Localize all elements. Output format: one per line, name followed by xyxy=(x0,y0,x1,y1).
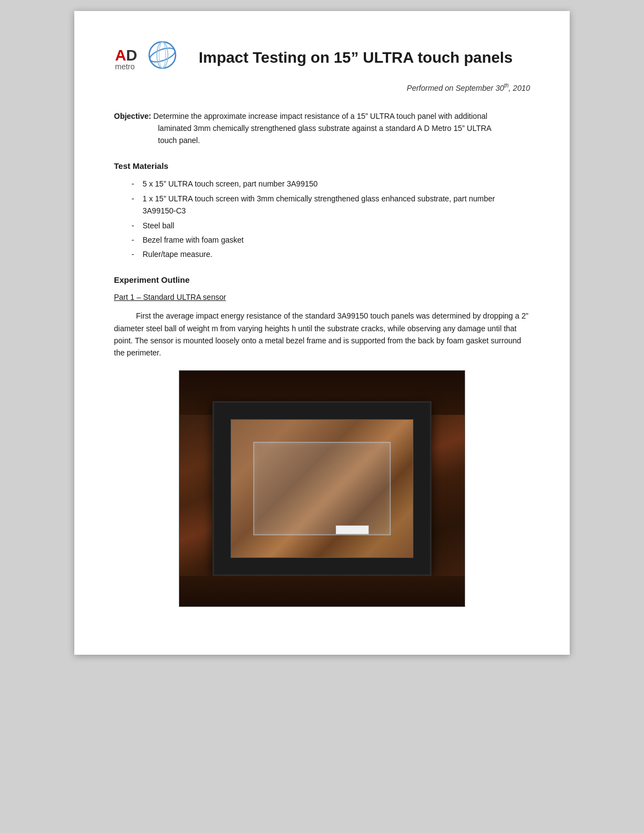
touch-panel-photo xyxy=(179,370,465,607)
svg-text:A: A xyxy=(115,47,126,64)
photo-container xyxy=(114,370,530,607)
test-materials-list: 5 x 15” ULTRA touch screen, part number … xyxy=(132,178,530,260)
list-item: Steel ball xyxy=(132,220,530,232)
svg-text:D: D xyxy=(126,47,137,64)
svg-point-6 xyxy=(159,42,166,68)
list-item: Ruler/tape measure. xyxy=(132,248,530,260)
date-text: Performed on September 30 xyxy=(407,84,504,92)
date-year: , 2010 xyxy=(509,84,530,92)
objective-text1: Determine the approximate increase impac… xyxy=(151,112,488,120)
document-content: Objective: Determine the approximate inc… xyxy=(114,110,530,607)
page-title: Impact Testing on 15” ULTRA touch panels xyxy=(199,48,530,67)
list-item: 5 x 15” ULTRA touch screen, part number … xyxy=(132,178,530,190)
title-container: Impact Testing on 15” ULTRA touch panels xyxy=(199,48,530,67)
svg-point-5 xyxy=(157,42,168,68)
date-superscript: th xyxy=(504,83,509,89)
objective-label: Objective: xyxy=(114,112,151,120)
svg-point-3 xyxy=(149,42,176,68)
objective-paragraph: Objective: Determine the approximate inc… xyxy=(114,110,530,122)
list-item: 1 x 15” ULTRA touch screen with 3mm chem… xyxy=(132,193,530,217)
part1-heading: Part 1 – Standard ULTRA sensor xyxy=(114,292,530,303)
document-header: A D metro Impact Testing on 15” ULTRA to… xyxy=(114,37,530,78)
document-page: A D metro Impact Testing on 15” ULTRA to… xyxy=(74,11,570,655)
admetro-logo: A D metro xyxy=(114,37,180,76)
svg-text:metro: metro xyxy=(115,62,135,71)
part1-body-text: First the average impact energy resistan… xyxy=(114,310,530,359)
list-item: Bezel frame with foam gasket xyxy=(132,234,530,246)
objective-text2: laminated 3mm chemically strengthened gl… xyxy=(158,122,530,134)
experiment-outline-section: Experiment Outline Part 1 – Standard ULT… xyxy=(114,274,530,359)
test-materials-section: Test Materials 5 x 15” ULTRA touch scree… xyxy=(114,160,530,261)
bezel-inner-surface xyxy=(231,419,413,558)
svg-point-4 xyxy=(148,45,177,64)
objective-section: Objective: Determine the approximate inc… xyxy=(114,110,530,147)
objective-text3: touch panel. xyxy=(158,134,530,146)
date-subtitle: Performed on September 30th, 2010 xyxy=(114,83,530,92)
logo-container: A D metro xyxy=(114,37,185,78)
experiment-outline-heading: Experiment Outline xyxy=(114,274,530,287)
photo-surface-bottom xyxy=(179,576,465,606)
glass-panel xyxy=(253,442,391,535)
label-sticker xyxy=(336,525,369,534)
bezel-frame xyxy=(212,401,432,576)
test-materials-heading: Test Materials xyxy=(114,160,530,173)
